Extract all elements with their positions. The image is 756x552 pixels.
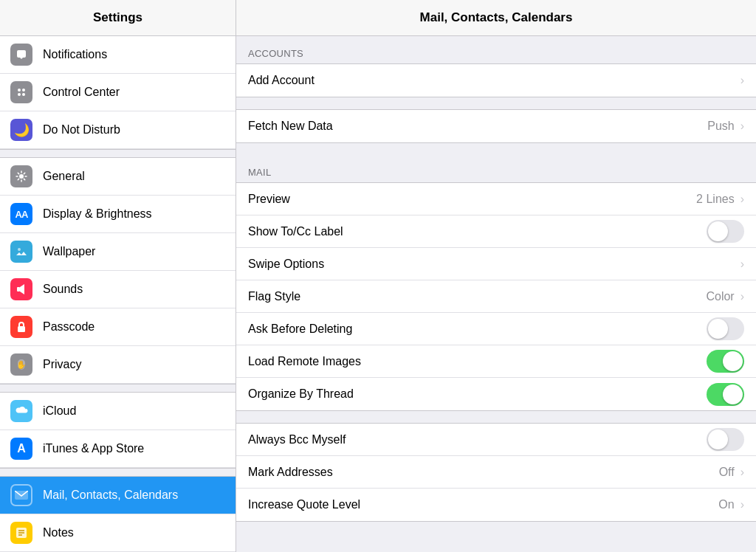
svg-text:✋: ✋ (16, 359, 27, 370)
preview-chevron: › (740, 193, 744, 206)
mail-icon (10, 484, 32, 506)
dnd-icon: 🌙 (10, 119, 32, 141)
svg-rect-0 (17, 50, 26, 58)
mark-addresses-row[interactable]: Mark Addresses Off › (236, 456, 756, 489)
always-bcc-label: Always Bcc Myself (248, 433, 707, 446)
sidebar-separator-1 (0, 149, 236, 158)
accounts-group: Add Account › (236, 63, 756, 97)
notifications-icon (10, 44, 32, 66)
ask-before-deleting-label: Ask Before Deleting (248, 322, 707, 336)
svg-point-1 (18, 89, 21, 92)
add-account-row[interactable]: Add Account › (236, 64, 756, 97)
mail-group: Preview 2 Lines › Show To/Cc Label Swipe… (236, 182, 756, 411)
sidebar-item-sounds[interactable]: Sounds (0, 271, 236, 308)
sidebar-item-mail-label: Mail, Contacts, Calendars (43, 489, 178, 502)
organize-by-thread-knob (723, 384, 743, 404)
show-tocc-toggle[interactable] (707, 220, 744, 243)
sidebar-item-display-brightness[interactable]: AA Display & Brightness (0, 196, 236, 233)
wallpaper-icon (10, 241, 32, 263)
add-account-chevron: › (740, 74, 744, 87)
organize-by-thread-toggle[interactable] (707, 383, 744, 406)
sidebar-group-1: Notifications Control Center 🌙 Do Not Di… (0, 36, 236, 149)
svg-marker-8 (20, 284, 24, 294)
notes-icon (10, 522, 32, 544)
sidebar-item-do-not-disturb[interactable]: 🌙 Do Not Disturb (0, 111, 236, 149)
svg-point-3 (18, 93, 21, 96)
ask-before-deleting-toggle[interactable] (707, 317, 744, 340)
mark-addresses-label: Mark Addresses (248, 466, 719, 479)
sidebar-item-mail[interactable]: Mail, Contacts, Calendars (0, 477, 236, 514)
sidebar-item-privacy-label: Privacy (43, 358, 81, 371)
accounts-section-label: ACCOUNTS (236, 36, 756, 63)
flag-style-label: Flag Style (248, 290, 706, 303)
svg-rect-7 (17, 287, 20, 291)
preview-value: 2 Lines (696, 193, 735, 206)
sidebar-item-passcode[interactable]: Passcode (0, 308, 236, 346)
load-remote-images-row: Load Remote Images (236, 345, 756, 378)
display-icon: AA (10, 203, 32, 225)
increase-quote-chevron: › (740, 498, 744, 511)
sidebar-item-icloud-label: iCloud (43, 404, 76, 418)
passcode-icon (10, 316, 32, 338)
sidebar-group-4: Mail, Contacts, Calendars Notes (0, 477, 236, 552)
sidebar-item-passcode-label: Passcode (43, 320, 94, 334)
sidebar-item-privacy[interactable]: ✋ Privacy (0, 346, 236, 384)
svg-point-2 (22, 89, 25, 92)
sidebar-group-2: General AA Display & Brightness Wallpape… (0, 158, 236, 384)
sidebar-item-wallpaper[interactable]: Wallpaper (0, 233, 236, 271)
swipe-options-chevron: › (740, 258, 744, 271)
itunes-icon: A (10, 438, 32, 460)
sidebar-item-display-label: Display & Brightness (43, 207, 152, 221)
sidebar-separator-3 (0, 468, 236, 477)
ask-before-deleting-row: Ask Before Deleting (236, 313, 756, 345)
svg-point-4 (22, 93, 25, 96)
ask-before-deleting-knob (708, 319, 728, 339)
fetch-group: Fetch New Data Push › (236, 109, 756, 143)
main-title: Mail, Contacts, Calendars (236, 0, 756, 36)
preview-label: Preview (248, 193, 696, 206)
flag-style-chevron: › (740, 290, 744, 303)
sidebar-item-wallpaper-label: Wallpaper (43, 245, 95, 258)
fetch-new-data-chevron: › (740, 120, 744, 133)
privacy-icon: ✋ (10, 353, 32, 376)
increase-quote-label: Increase Quote Level (248, 498, 718, 511)
sidebar-item-control-center-label: Control Center (43, 86, 120, 99)
sounds-icon (10, 278, 32, 300)
fetch-new-data-label: Fetch New Data (248, 120, 707, 133)
organize-by-thread-label: Organize By Thread (248, 387, 707, 401)
sidebar-item-notifications[interactable]: Notifications (0, 36, 236, 74)
mark-addresses-chevron: › (740, 466, 744, 479)
svg-point-6 (18, 248, 21, 251)
swipe-options-row[interactable]: Swipe Options › (236, 248, 756, 280)
mail-group-2: Always Bcc Myself Mark Addresses Off › I… (236, 423, 756, 522)
sidebar-item-sounds-label: Sounds (43, 283, 83, 296)
flag-style-row[interactable]: Flag Style Color › (236, 280, 756, 313)
increase-quote-row[interactable]: Increase Quote Level On › (236, 489, 756, 521)
sidebar-item-notes[interactable]: Notes (0, 514, 236, 552)
sidebar-item-general[interactable]: General (0, 158, 236, 196)
add-account-label: Add Account (248, 74, 739, 87)
sidebar-item-control-center[interactable]: Control Center (0, 74, 236, 111)
load-remote-images-toggle[interactable] (707, 350, 744, 373)
svg-rect-9 (18, 326, 25, 332)
always-bcc-knob (708, 429, 728, 449)
sidebar-item-notifications-label: Notifications (43, 48, 107, 61)
sidebar-item-itunes[interactable]: A iTunes & App Store (0, 430, 236, 468)
show-tocc-knob (708, 221, 728, 241)
sidebar-item-general-label: General (43, 170, 85, 183)
general-icon (10, 165, 32, 187)
always-bcc-row: Always Bcc Myself (236, 424, 756, 456)
sidebar-item-dnd-label: Do Not Disturb (43, 123, 120, 137)
always-bcc-toggle[interactable] (707, 428, 744, 451)
mail-section-label: MAIL (236, 155, 756, 182)
sidebar-title: Settings (0, 0, 236, 36)
swipe-options-label: Swipe Options (248, 258, 739, 271)
show-tocc-label: Show To/Cc Label (248, 225, 707, 238)
flag-style-value: Color (706, 290, 734, 303)
fetch-new-data-row[interactable]: Fetch New Data Push › (236, 110, 756, 142)
preview-row[interactable]: Preview 2 Lines › (236, 183, 756, 215)
control-center-icon (10, 81, 32, 103)
load-remote-images-label: Load Remote Images (248, 355, 707, 368)
organize-by-thread-row: Organize By Thread (236, 378, 756, 410)
sidebar-item-icloud[interactable]: iCloud (0, 393, 236, 430)
